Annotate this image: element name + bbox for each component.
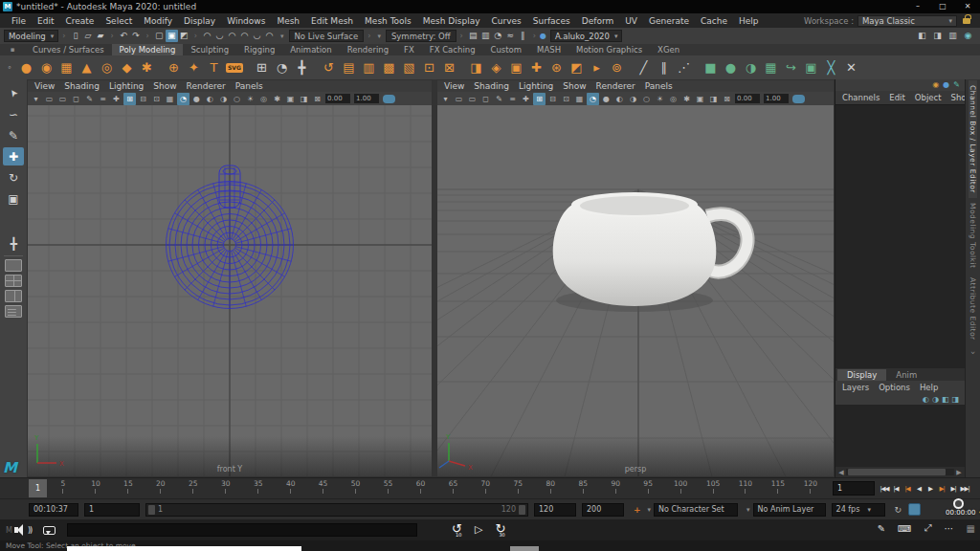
live-surface-field[interactable]: No Live Surface	[289, 30, 365, 42]
panel-menu-item[interactable]: Shading	[59, 81, 104, 91]
panel-toolbar-icon[interactable]: ≡	[97, 93, 109, 105]
shelf-tab[interactable]: Rigging	[236, 44, 282, 55]
shelf-tab[interactable]: Animation	[282, 44, 339, 55]
panel-toolbar-icon[interactable]: ⊡	[150, 93, 163, 105]
panel-toolbar-icon[interactable]: ●	[600, 93, 612, 105]
snap-dropdown-arrow[interactable]: ▾	[280, 33, 284, 40]
shelf-tool-icon[interactable]: ⊡	[419, 56, 439, 78]
panel-toolbar-icon[interactable]: ✱	[680, 93, 693, 105]
panel-toolbar-icon[interactable]: ◑	[627, 93, 639, 105]
playback-button[interactable]: ▶|	[936, 485, 947, 493]
tool-icon[interactable]: ↻	[3, 168, 24, 187]
panel-toolbar-icon[interactable]: ✚	[110, 93, 122, 105]
file-icon[interactable]: ▱	[81, 30, 94, 42]
frame-tick[interactable]: 20	[145, 478, 177, 498]
frame-tick[interactable]: 65	[436, 478, 469, 498]
keyboard-icon[interactable]: ⌨	[898, 523, 911, 534]
shelf-tool-icon[interactable]: ▦	[761, 56, 781, 78]
user-account-dropdown[interactable]: A.aluko_2020	[550, 30, 623, 42]
tool-icon[interactable]	[5, 305, 22, 318]
render-icon[interactable]: ∥	[517, 30, 529, 42]
time-code-field[interactable]: 00:10:37	[29, 503, 78, 517]
shelf-tool-icon[interactable]: ✱	[137, 56, 157, 78]
panel-menu-item[interactable]: Panels	[231, 81, 268, 91]
frame-tick[interactable]: 30	[210, 478, 242, 498]
panel-menu-item[interactable]: Lighting	[104, 81, 148, 91]
menu-item[interactable]: Modify	[138, 16, 178, 26]
shelf-tool-icon[interactable]: ◈	[486, 56, 506, 78]
shelf-tab[interactable]: Custom	[483, 44, 530, 55]
panel-menu-item[interactable]: View	[30, 81, 59, 91]
persp-viewport-canvas[interactable]: Y X persp	[437, 105, 834, 476]
sidebar-toggle-icon[interactable]: ◨	[931, 30, 944, 42]
color-management-toggle[interactable]	[792, 95, 805, 103]
panel-toolbar-icon[interactable]: ▣	[284, 93, 297, 105]
panel-toolbar-icon[interactable]: ✎	[493, 93, 505, 105]
frame-tick[interactable]: 70	[469, 478, 501, 498]
shelf-tool-icon[interactable]: ⊕	[164, 56, 184, 78]
tool-icon[interactable]: ✎	[3, 126, 24, 144]
menu-item[interactable]: Help	[733, 16, 765, 26]
volume-icon[interactable]	[14, 524, 27, 536]
exposure-field[interactable]: 0.00	[325, 94, 350, 103]
group-divider[interactable]: ›	[458, 32, 465, 40]
menu-item[interactable]: UV	[619, 16, 643, 26]
shelf-tab[interactable]: Rendering	[340, 44, 396, 55]
render-icon[interactable]: ▥	[479, 30, 492, 42]
panel-menu-item[interactable]: Renderer	[591, 81, 640, 91]
panel-toolbar-icon[interactable]: ◨	[707, 93, 720, 105]
menu-item[interactable]: Display	[178, 16, 221, 26]
layer-button-icon[interactable]: ◨	[951, 395, 959, 404]
layer-button-icon[interactable]: ◧	[942, 395, 949, 404]
sidebar-toggle-icon[interactable]: ▥	[947, 30, 959, 42]
shelf-tool-icon[interactable]: ╳	[821, 56, 841, 78]
frame-tick[interactable]: 100	[664, 478, 697, 498]
panel-toolbar-icon[interactable]: ⊡	[560, 93, 572, 105]
tool-icon[interactable]: ╋	[3, 234, 24, 253]
shelf-tool-icon[interactable]: ◉	[36, 56, 56, 78]
frame-tick[interactable]: 40	[275, 478, 307, 498]
panel-toolbar-icon[interactable]: ◻	[70, 93, 82, 105]
current-frame-marker[interactable]: 1	[29, 479, 47, 497]
playback-button[interactable]: |◀	[902, 485, 913, 493]
channel-menu-item[interactable]: Object	[910, 93, 947, 102]
shelf-tab[interactable]: XGen	[650, 44, 687, 55]
frame-tick[interactable]: 50	[340, 478, 372, 498]
shelf-tool-icon[interactable]: ✦	[184, 56, 204, 78]
layer-editor-tab[interactable]: Display	[837, 369, 886, 381]
menu-item[interactable]: Edit Mesh	[305, 16, 359, 26]
render-icon[interactable]: ◔	[492, 30, 504, 42]
shelf-tool-icon[interactable]: ✚	[526, 56, 546, 78]
shelf-tool-icon[interactable]: SVG	[226, 63, 243, 73]
sidebar-toggle-icon[interactable]: ◉	[962, 30, 974, 42]
frame-tick[interactable]: 95	[632, 478, 664, 498]
snap-icon[interactable]: ◠	[238, 30, 251, 42]
shelf-tool-icon[interactable]: ⊞	[252, 56, 272, 78]
workspace-dropdown[interactable]: Maya Classic	[858, 15, 957, 27]
video-progress-bar[interactable]	[67, 546, 301, 551]
channel-header-icon[interactable]: ✎	[953, 79, 960, 91]
sidebar-toggle-icon[interactable]: ◧	[916, 30, 928, 42]
playback-button[interactable]: ▶|	[947, 485, 959, 493]
menu-item[interactable]: Cache	[695, 16, 733, 26]
panel-menu-item[interactable]: Panels	[640, 81, 678, 91]
shelf-tool-icon[interactable]: ✕	[841, 56, 861, 78]
frame-tick[interactable]: 110	[729, 478, 762, 498]
menu-item[interactable]: Create	[60, 16, 100, 26]
panel-toolbar-icon[interactable]: ▾	[439, 93, 452, 105]
playback-button[interactable]: ▶▶|	[959, 485, 970, 493]
panel-toolbar-icon[interactable]: ▦	[573, 93, 586, 105]
skip-forward-button[interactable]: ↻30	[495, 521, 505, 537]
channel-header-icon[interactable]: ●	[943, 79, 949, 91]
group-divider[interactable]: ›	[366, 32, 372, 40]
group-divider[interactable]: ›	[145, 32, 151, 40]
shelf-tab[interactable]: MASH	[529, 44, 568, 55]
frame-tick[interactable]: 80	[534, 478, 567, 498]
panel-menu-item[interactable]: Show	[148, 81, 181, 91]
tool-icon[interactable]: ∽	[3, 105, 24, 123]
panel-toolbar-icon[interactable]: ◐	[204, 93, 216, 105]
dock-chevron-icon[interactable]: ›	[969, 345, 978, 355]
panel-toolbar-icon[interactable]: ⊟	[546, 93, 559, 105]
selection-mode-icon[interactable]: ▢	[153, 30, 166, 42]
panel-toolbar-icon[interactable]: ☀	[654, 93, 666, 105]
